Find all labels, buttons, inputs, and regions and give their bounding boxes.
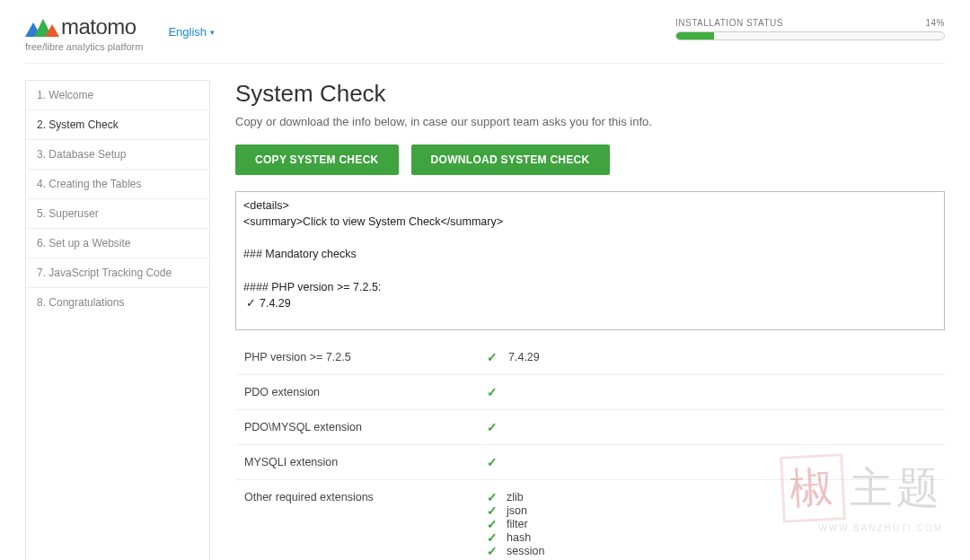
check-label: MYSQLI extension (244, 456, 487, 468)
install-steps-sidebar: 1. Welcome2. System Check3. Database Set… (25, 80, 210, 560)
system-check-table: PHP version >= 7.2.5✓7.4.29PDO extension… (235, 340, 945, 560)
extension-item: ✓filter (487, 518, 544, 530)
check-row: MYSQLI extension✓ (235, 445, 945, 480)
check-label: PDO\MYSQL extension (244, 421, 487, 433)
sidebar-step-1[interactable]: 1. Welcome (26, 81, 209, 110)
sidebar-step-2[interactable]: 2. System Check (26, 110, 209, 140)
page-title: System Check (235, 80, 945, 108)
progress-bar (675, 31, 945, 40)
check-row-other-extensions: Other required extensions✓zlib✓json✓filt… (235, 480, 945, 560)
check-row: PHP version >= 7.2.5✓7.4.29 (235, 340, 945, 375)
check-ok-icon: ✓ (487, 351, 498, 363)
progress-fill (676, 32, 714, 39)
extension-item: ✓hash (487, 531, 544, 544)
check-label: PDO extension (244, 386, 487, 398)
extension-name: zlib (507, 491, 524, 503)
header: matomo free/libre analytics platform Eng… (25, 9, 945, 64)
check-ok-icon: ✓ (487, 456, 498, 468)
page-subtitle: Copy or download the info below, in case… (235, 115, 945, 128)
sidebar-step-7[interactable]: 7. JavaScript Tracking Code (26, 258, 209, 288)
sidebar-step-5[interactable]: 5. Superuser (26, 199, 209, 229)
extension-item: ✓zlib (487, 491, 544, 503)
extension-item: ✓session (487, 545, 544, 557)
language-current: English (168, 25, 207, 39)
installation-status: INSTALLATION STATUS 14% (675, 18, 945, 40)
brand-tagline: free/libre analytics platform (25, 41, 143, 52)
main-content: System Check Copy or download the info b… (235, 80, 945, 560)
check-row: PDO extension✓ (235, 375, 945, 410)
language-selector[interactable]: English ▾ (168, 25, 215, 39)
check-ok-icon: ✓ (487, 504, 498, 517)
caret-down-icon: ▾ (210, 28, 215, 37)
download-system-check-button[interactable]: DOWNLOAD SYSTEM CHECK (411, 144, 610, 175)
sidebar-step-8[interactable]: 8. Congratulations (26, 288, 209, 317)
check-ok-icon: ✓ (487, 545, 498, 557)
sidebar-step-3[interactable]: 3. Database Setup (26, 140, 209, 170)
sidebar-step-4[interactable]: 4. Creating the Tables (26, 170, 209, 199)
extension-item: ✓json (487, 504, 544, 517)
sidebar-step-6[interactable]: 6. Set up a Website (26, 229, 209, 258)
install-status-percent: 14% (925, 18, 945, 28)
system-check-details-textarea[interactable] (235, 191, 945, 330)
extension-name: json (507, 504, 527, 517)
check-ok-icon: ✓ (487, 386, 498, 398)
copy-system-check-button[interactable]: COPY SYSTEM CHECK (235, 144, 399, 175)
check-value: 7.4.29 (508, 351, 540, 363)
extension-name: hash (507, 531, 531, 544)
check-label: Other required extensions (244, 491, 487, 503)
install-status-label: INSTALLATION STATUS (675, 18, 783, 28)
extension-name: session (507, 545, 544, 557)
check-row: PDO\MYSQL extension✓ (235, 410, 945, 445)
brand: matomo free/libre analytics platform (25, 14, 143, 52)
check-ok-icon: ✓ (487, 531, 498, 544)
brand-wordmark: matomo (61, 14, 137, 39)
check-ok-icon: ✓ (487, 491, 498, 503)
check-label: PHP version >= 7.2.5 (244, 351, 487, 363)
check-ok-icon: ✓ (487, 421, 498, 433)
logo-icon (25, 17, 56, 37)
check-ok-icon: ✓ (487, 518, 498, 530)
extension-name: filter (507, 518, 528, 530)
